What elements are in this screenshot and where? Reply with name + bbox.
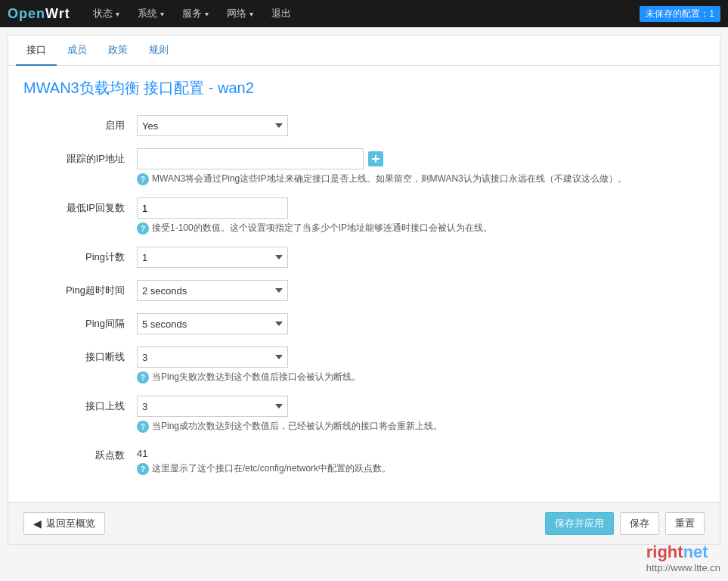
nav-services[interactable]: 服务 ▾ — [175, 0, 216, 27]
help-icon-min-replies: ? — [137, 222, 149, 235]
help-iface-up: 当Ping成功次数达到这个数值后，已经被认为断线的接口将会重新上线。 — [152, 420, 442, 433]
footer-bar: ◀ 返回至概览 保存并应用 保存 重置 — [8, 502, 720, 544]
nav-system[interactable]: 系统 ▾ — [130, 0, 172, 27]
help-min-replies: 接受1-100的数值。这个设置项指定了当多少个IP地址能够连通时接口会被认为在线… — [152, 222, 492, 235]
back-button[interactable]: ◀ 返回至概览 — [23, 512, 105, 535]
chevron-down-icon: ▾ — [249, 10, 253, 18]
row-ping-count: Ping计数 1 2 3 5 10 — [23, 247, 705, 268]
label-iface-down: 接口断线 — [23, 346, 137, 364]
tab-interface[interactable]: 接口 — [16, 36, 57, 66]
brand: OpenWrt — [8, 6, 70, 22]
row-enabled: 启用 Yes No — [23, 115, 705, 136]
config-form: 启用 Yes No 跟踪的IP地址 ? MWAN3将 — [8, 107, 720, 502]
topnav: OpenWrt 状态 ▾ 系统 ▾ 服务 ▾ 网络 ▾ 退出 未保存的配置：1 — [0, 0, 728, 27]
row-metric: 跃点数 41 ? 这里显示了这个接口在/etc/config/network中配… — [23, 445, 705, 475]
label-ping-interval: Ping间隔 — [23, 313, 137, 331]
input-track-ip[interactable] — [137, 148, 364, 169]
label-track-ip: 跟踪的IP地址 — [23, 148, 137, 166]
help-track-ip: MWAN3将会通过Ping这些IP地址来确定接口是否上线。如果留空，则MWAN3… — [152, 172, 627, 185]
chevron-down-icon: ▾ — [205, 10, 209, 18]
input-min-replies[interactable] — [137, 197, 288, 219]
value-metric: 41 — [137, 445, 705, 459]
help-icon-iface-down: ? — [137, 371, 149, 384]
label-ping-count: Ping计数 — [23, 247, 137, 264]
row-iface-up: 接口上线 1 2 3 5 10 ? 当Ping成功次数达到这个数值后，已经被认为… — [23, 396, 705, 433]
chevron-down-icon: ▾ — [160, 10, 164, 18]
chevron-down-icon: ▾ — [116, 10, 119, 18]
page-title: MWAN3负载均衡 接口配置 - wan2 — [8, 66, 720, 107]
label-metric: 跃点数 — [23, 445, 137, 462]
help-iface-down: 当Ping失败次数达到这个数值后接口会被认为断线。 — [152, 371, 361, 384]
select-ping-count[interactable]: 1 2 3 5 10 — [137, 247, 288, 268]
select-enabled[interactable]: Yes No — [137, 115, 288, 136]
nav-menu: 状态 ▾ 系统 ▾ 服务 ▾ 网络 ▾ 退出 — [85, 0, 640, 27]
select-ping-timeout[interactable]: 1 seconds 2 seconds 3 seconds 5 seconds … — [137, 280, 288, 301]
save-button[interactable]: 保存 — [620, 512, 659, 535]
reset-button[interactable]: 重置 — [665, 512, 705, 535]
help-metric: 这里显示了这个接口在/etc/config/network中配置的跃点数。 — [152, 462, 391, 475]
row-ping-interval: Ping间隔 1 seconds 5 seconds 10 seconds 20… — [23, 313, 705, 334]
help-icon: ? — [137, 173, 149, 185]
save-apply-button[interactable]: 保存并应用 — [545, 512, 614, 535]
row-track-ip: 跟踪的IP地址 ? MWAN3将会通过Ping这些IP地址来确定接口是否上线。如… — [23, 148, 705, 185]
add-ip-icon[interactable] — [368, 151, 383, 166]
unsaved-badge[interactable]: 未保存的配置：1 — [640, 6, 720, 22]
select-iface-down[interactable]: 1 2 3 5 10 — [137, 346, 288, 368]
nav-status[interactable]: 状态 ▾ — [85, 0, 127, 27]
label-min-replies: 最低IP回复数 — [23, 197, 137, 215]
nav-logout[interactable]: 退出 — [264, 0, 299, 27]
tab-members[interactable]: 成员 — [57, 36, 98, 66]
tab-rules[interactable]: 规则 — [138, 36, 179, 66]
row-min-replies: 最低IP回复数 ? 接受1-100的数值。这个设置项指定了当多少个IP地址能够连… — [23, 197, 705, 235]
main-content: 接口 成员 政策 规则 MWAN3负载均衡 接口配置 - wan2 启用 Yes… — [8, 35, 720, 545]
select-iface-up[interactable]: 1 2 3 5 10 — [137, 396, 288, 417]
row-ping-timeout: Ping超时时间 1 seconds 2 seconds 3 seconds 5… — [23, 280, 705, 301]
row-iface-down: 接口断线 1 2 3 5 10 ? 当Ping失败次数达到这个数值后接口会被认为… — [23, 346, 705, 384]
back-icon: ◀ — [33, 517, 42, 530]
tab-policy[interactable]: 政策 — [98, 36, 138, 66]
label-iface-up: 接口上线 — [23, 396, 137, 413]
help-icon-metric: ? — [137, 463, 149, 475]
help-icon-iface-up: ? — [137, 421, 149, 433]
nav-network[interactable]: 网络 ▾ — [219, 0, 261, 27]
label-enabled: 启用 — [23, 115, 137, 132]
select-ping-interval[interactable]: 1 seconds 5 seconds 10 seconds 20 second… — [137, 313, 288, 334]
tabs-bar: 接口 成员 政策 规则 — [8, 36, 720, 66]
label-ping-timeout: Ping超时时间 — [23, 280, 137, 297]
svg-rect-1 — [372, 158, 379, 160]
